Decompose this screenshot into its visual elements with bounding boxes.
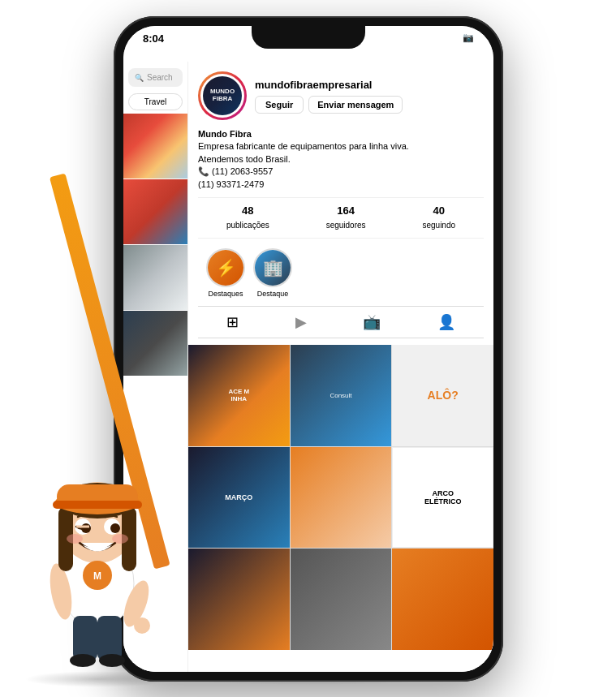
post-cell-4[interactable]: MARÇO [188,447,290,549]
follow-button[interactable]: Seguir [255,96,304,114]
phone-notch [252,26,365,49]
profile-avatar: MUNDOFIBRA [198,71,247,120]
sidebar-image-4 [123,311,188,376]
sidebar-image-2 [123,179,188,244]
post-cell-5[interactable] [291,447,392,549]
following-count: 40 [422,204,455,217]
status-time: 8:04 [143,32,164,45]
following-label: seguindo [422,221,455,230]
main-profile-area: MUNDOFIBRA mundofibraempresarial Seguir … [188,62,493,672]
profile-display-name: Mundo Fibra [198,129,252,139]
profile-phone2: (11) 93371-2479 [198,179,264,189]
svg-point-21 [112,534,128,544]
svg-point-7 [134,617,150,634]
posts-count: 48 [226,204,269,217]
sidebar-images [123,114,187,376]
svg-point-3 [70,654,96,667]
followers-count: 164 [326,204,366,217]
profile-bio-line2: Atendemos todo Brasil. [198,154,291,164]
highlight-label-2: Destaque [257,290,289,298]
svg-point-20 [67,534,83,544]
svg-text:M: M [93,570,101,582]
svg-rect-2 [97,616,122,660]
profile-phone1: 📞 (11) 2063-9557 [198,166,273,176]
tab-bar: ⊞ ▶ 📺 👤 [198,306,484,338]
post-grid: ACE MINHA Consult ALÔ? [188,345,493,650]
highlight-circle-1: ⚡ [206,248,245,287]
stat-posts: 48 publicações [226,204,269,231]
highlight-2[interactable]: 🏢 Destaque [253,248,292,298]
svg-point-4 [99,654,125,667]
message-button[interactable]: Enviar mensagem [308,96,403,114]
profile-header: MUNDOFIBRA mundofibraempresarial Seguir … [188,62,493,345]
sidebar-image-1 [123,114,188,179]
avatar-inner: MUNDOFIBRA [200,74,244,118]
travel-tag[interactable]: Travel [128,93,183,110]
profile-top-row: MUNDOFIBRA mundofibraempresarial Seguir … [198,71,484,120]
highlights-row: ⚡ Destaques 🏢 Destaque [198,240,484,306]
phone-screen: 8:04 📷 🔍 Search Travel [123,26,493,672]
post-cell-7[interactable] [188,549,290,650]
avatar-logo: MUNDOFIBRA [203,76,242,115]
profile-bio: Mundo Fibra Empresa fabricante de equipa… [198,128,484,191]
profile-username: mundofibraempresarial [255,79,484,91]
profile-buttons: Seguir Enviar mensagem [255,96,484,114]
followers-label: seguidores [326,221,366,230]
svg-rect-14 [53,501,142,509]
search-bar[interactable]: 🔍 Search [128,68,183,87]
svg-point-18 [110,523,120,533]
post-cell-2[interactable]: Consult [291,345,392,446]
status-icons: 📷 [463,32,474,43]
post-cell-8[interactable] [291,549,392,650]
post-cell-6[interactable]: ARCOELÉTRICO [392,447,493,549]
post-cell-9[interactable] [392,549,493,650]
stat-followers: 164 seguidores [326,204,366,231]
post-cell-1[interactable]: ACE MINHA [188,345,290,446]
reels-tab-icon[interactable]: ▶ [295,313,307,331]
camera-icon: 📷 [463,32,474,43]
stat-following: 40 seguindo [422,204,455,231]
post-cell-3[interactable]: ALÔ? [392,345,493,446]
stats-row: 48 publicações 164 seguidores 40 seguind… [198,197,484,239]
tv-tab-icon[interactable]: 📺 [363,313,381,331]
ig-content: 🔍 Search Travel [123,62,493,672]
svg-rect-1 [73,616,97,660]
posts-label: publicações [226,221,269,230]
highlight-1[interactable]: ⚡ Destaques [206,248,245,298]
avatar-logo-text: MUNDOFIBRA [210,88,235,103]
profile-bio-line1: Empresa fabricante de equipamentos para … [198,141,409,151]
tag-tab-icon[interactable]: 👤 [437,313,455,331]
highlight-label-1: Destaques [208,290,243,298]
search-icon: 🔍 [135,74,144,82]
mascot-character: M [16,372,179,681]
grid-tab-icon[interactable]: ⊞ [226,313,239,331]
sidebar-image-3 [123,245,188,310]
highlight-circle-2: 🏢 [253,248,292,287]
profile-name-area: mundofibraempresarial Seguir Enviar mens… [255,79,484,114]
search-label: Search [147,73,173,82]
